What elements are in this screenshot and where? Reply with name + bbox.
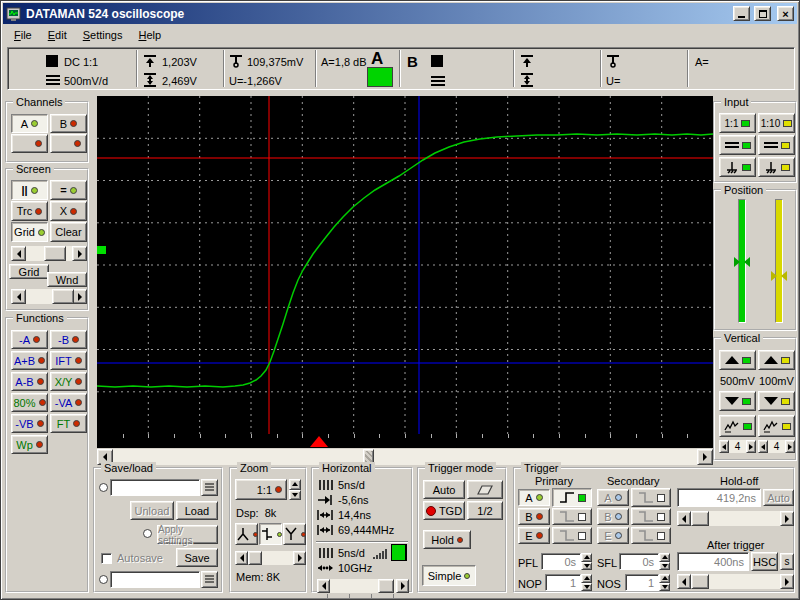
function-neg-vb-button[interactable]: -VB: [11, 414, 48, 433]
vertical-b-down-button[interactable]: [758, 391, 795, 411]
nos-spinner[interactable]: [659, 574, 670, 591]
zoom-ratio-button[interactable]: 1:1: [235, 479, 287, 500]
input-a-ground-button[interactable]: [719, 157, 756, 177]
sfl-field[interactable]: 0s: [619, 553, 659, 570]
trigger-primary-e-button[interactable]: E: [518, 527, 550, 544]
channel-a-ground-marker[interactable]: [97, 246, 106, 254]
trigger-primary-a-edge-button[interactable]: [552, 488, 592, 507]
function-wp-button[interactable]: Wp: [11, 435, 48, 454]
pause-button[interactable]: ||: [11, 180, 48, 200]
function-ift-button[interactable]: IFT: [50, 351, 87, 370]
function-neg-a-button[interactable]: -A: [11, 330, 48, 349]
trigger-primary-b-edge-button[interactable]: [552, 508, 592, 525]
position-slider-b[interactable]: [771, 199, 787, 323]
trigger-primary-b-button[interactable]: B: [518, 508, 550, 525]
trigger-secondary-e-edge-button[interactable]: [631, 527, 671, 544]
nop-field[interactable]: 1: [545, 574, 581, 591]
trigger-marker-strip[interactable]: [97, 434, 713, 448]
close-button[interactable]: ×: [777, 6, 794, 21]
run-button[interactable]: =: [50, 180, 87, 200]
function-a-minus-b-button[interactable]: A-B: [11, 372, 48, 391]
unload-button[interactable]: Unload: [130, 501, 174, 520]
zoom-mode-interp-button[interactable]: [283, 523, 306, 545]
holdoff-scrollbar[interactable]: [677, 511, 794, 526]
seconds-button[interactable]: s: [780, 553, 794, 570]
position-slider-a[interactable]: [734, 199, 750, 323]
auto-trigger-button[interactable]: Auto: [423, 480, 465, 499]
input-a-1to1-button[interactable]: 1:1: [719, 113, 756, 133]
channel-a-button[interactable]: A: [11, 114, 48, 133]
function-xy-button[interactable]: X/Y: [50, 372, 87, 391]
trc-button[interactable]: Trc: [11, 201, 48, 221]
saveload-bottom-filename-input[interactable]: [110, 571, 200, 588]
sfl-spinner[interactable]: [659, 553, 670, 570]
input-b-1to10-button[interactable]: 1:10: [758, 113, 795, 133]
grid-button[interactable]: Grid: [11, 222, 48, 242]
x-button[interactable]: X: [50, 201, 87, 221]
wnd-scrollbar[interactable]: [11, 289, 87, 304]
channel-b-button[interactable]: B: [50, 114, 87, 133]
function-neg-va-button[interactable]: -VA: [50, 393, 87, 412]
vertical-b-up-button[interactable]: [758, 350, 795, 370]
trigger-primary-a-button[interactable]: A: [518, 489, 550, 506]
nop-spinner[interactable]: [581, 574, 592, 591]
holdoff-value-field[interactable]: 419,2ns: [677, 488, 761, 507]
function-neg-b-button[interactable]: -B: [50, 330, 87, 349]
apply-settings-button[interactable]: Apply settings: [157, 525, 218, 544]
pfl-field[interactable]: 0s: [541, 553, 581, 570]
hsc-button[interactable]: HSC: [751, 552, 778, 571]
half-button[interactable]: 1/2: [467, 501, 503, 520]
zoom-scrollbar[interactable]: [235, 551, 306, 565]
vertical-a-up-button[interactable]: [719, 350, 756, 370]
function-80pct-button[interactable]: 80%: [11, 393, 48, 412]
grid-scrollbar[interactable]: [11, 246, 87, 261]
save-button[interactable]: Save: [176, 548, 218, 567]
zoom-mode-peak-button[interactable]: [235, 523, 258, 545]
menu-settings[interactable]: Settings: [76, 27, 130, 43]
load-button[interactable]: Load: [176, 501, 218, 520]
saveload-top-list-button[interactable]: [201, 479, 218, 496]
pfl-spinner[interactable]: [581, 553, 592, 570]
tab-grid[interactable]: Grid: [9, 264, 49, 279]
autosave-checkbox[interactable]: [101, 553, 112, 564]
channel-d-button[interactable]: [50, 134, 87, 153]
trigger-secondary-e-button[interactable]: E: [597, 527, 629, 544]
vertical-b-average-stepper[interactable]: 4: [758, 440, 795, 453]
function-ft-button[interactable]: FT: [50, 414, 87, 433]
input-b-coupling-button[interactable]: [758, 135, 795, 155]
clear-button[interactable]: Clear: [50, 222, 87, 242]
zoom-mode-sample-button[interactable]: [259, 523, 282, 545]
menu-edit[interactable]: Edit: [41, 27, 74, 43]
holdoff-auto-button[interactable]: Auto: [763, 489, 794, 506]
tab-wnd[interactable]: Wnd: [47, 272, 87, 287]
trigger-secondary-b-button[interactable]: B: [597, 508, 629, 525]
trigger-primary-e-edge-button[interactable]: [552, 527, 592, 544]
after-trigger-scrollbar[interactable]: [677, 574, 794, 589]
saveload-top-filename-input[interactable]: [110, 479, 200, 496]
saveload-bottom-list-button[interactable]: [201, 571, 218, 588]
function-a-plus-b-button[interactable]: A+B: [11, 351, 48, 370]
plot-scrollbar[interactable]: [97, 449, 713, 465]
hold-button[interactable]: Hold: [423, 530, 471, 549]
menu-file[interactable]: File: [7, 27, 39, 43]
single-flag-button[interactable]: [467, 480, 503, 499]
position-marker-a[interactable]: [734, 257, 750, 267]
scope-display[interactable]: [97, 96, 713, 434]
channel-c-button[interactable]: [11, 134, 48, 153]
after-trigger-value-field[interactable]: 400ns: [677, 552, 749, 571]
trigger-secondary-a-edge-button[interactable]: [631, 488, 671, 507]
maximize-button[interactable]: [754, 6, 771, 21]
trigger-secondary-a-button[interactable]: A: [597, 489, 629, 506]
vertical-a-average-stepper[interactable]: 4: [719, 440, 756, 453]
vertical-a-down-button[interactable]: [719, 391, 756, 411]
minimize-button[interactable]: [733, 6, 750, 21]
menu-help[interactable]: Help: [131, 27, 168, 43]
trigger-position-marker[interactable]: [310, 436, 328, 447]
input-b-ground-button[interactable]: [758, 157, 795, 177]
nos-field[interactable]: 1: [625, 574, 659, 591]
trigger-secondary-b-edge-button[interactable]: [631, 508, 671, 525]
vertical-b-filter-button[interactable]: [758, 415, 795, 437]
position-marker-b[interactable]: [771, 271, 787, 281]
tgd-button[interactable]: TGD: [423, 501, 465, 520]
simple-mode-button[interactable]: Simple: [422, 565, 476, 586]
